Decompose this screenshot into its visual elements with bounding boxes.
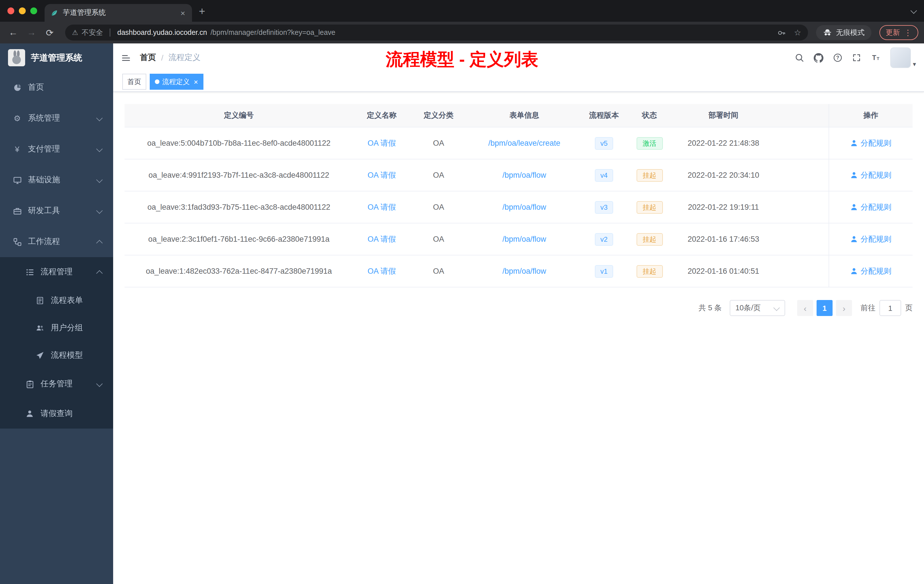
- definition-id: oa_leave:3:1fad3d93-7b75-11ec-a3c8-acde4…: [147, 203, 330, 211]
- goto-label: 前往: [861, 303, 875, 313]
- users-icon: [35, 324, 45, 332]
- navbar-actions: ? TT ▾: [795, 48, 916, 68]
- page-size-select[interactable]: 10条/页: [730, 300, 785, 316]
- sidebar-item-process-form[interactable]: 流程表单: [0, 287, 113, 314]
- user-avatar[interactable]: ▾: [891, 48, 916, 68]
- window-zoom-button[interactable]: [30, 7, 37, 14]
- assign-rule-link[interactable]: 分配规则: [850, 138, 891, 148]
- tag-label: 首页: [127, 77, 141, 87]
- back-button[interactable]: ←: [6, 27, 21, 38]
- fullscreen-icon[interactable]: [852, 53, 861, 62]
- assign-rule-link[interactable]: 分配规则: [850, 202, 891, 212]
- browser-update-button[interactable]: 更新 ⋮: [879, 25, 918, 40]
- caret-down-icon: ▾: [913, 61, 916, 68]
- prev-page-button[interactable]: ‹: [797, 300, 813, 316]
- col-header-category: 定义分类: [410, 110, 467, 120]
- bookmark-star-icon[interactable]: ☆: [794, 28, 801, 37]
- assign-rule-link[interactable]: 分配规则: [850, 170, 891, 180]
- assign-rule-label: 分配规则: [861, 234, 891, 244]
- sidebar-item-task-management[interactable]: 任务管理: [0, 369, 113, 399]
- deploy-time: 2022-01-22 21:48:38: [688, 139, 759, 147]
- assign-rule-link[interactable]: 分配规则: [850, 266, 891, 276]
- definition-category: OA: [433, 139, 444, 147]
- omnibox-divider: [110, 28, 111, 36]
- update-label: 更新: [886, 28, 900, 38]
- goto-page-input[interactable]: [879, 300, 901, 316]
- definition-name-link[interactable]: OA 请假: [368, 266, 396, 276]
- definition-name-link[interactable]: OA 请假: [368, 234, 396, 244]
- sidebar-item-system[interactable]: ⚙ 系统管理: [0, 103, 113, 134]
- definition-name-link[interactable]: OA 请假: [368, 170, 396, 180]
- window-close-button[interactable]: [7, 7, 14, 14]
- tag-label: 流程定义: [162, 77, 190, 87]
- current-page-button[interactable]: 1: [817, 300, 833, 316]
- paper-plane-icon: [35, 351, 45, 360]
- sidebar-item-user-group[interactable]: 用户分组: [0, 314, 113, 342]
- reload-button[interactable]: ⟳: [42, 27, 57, 38]
- pagination-total: 共 5 条: [699, 303, 722, 313]
- status-badge: 挂起: [636, 169, 663, 181]
- logo-title: 芋道管理系统: [31, 52, 82, 63]
- form-info-link[interactable]: /bpm/oa/flow: [502, 267, 546, 276]
- definition-category: OA: [433, 203, 444, 211]
- incognito-spy-icon: [823, 28, 832, 37]
- new-tab-button[interactable]: +: [199, 5, 205, 16]
- github-icon[interactable]: [814, 53, 824, 63]
- sidebar-item-payment[interactable]: ¥ 支付管理: [0, 134, 113, 165]
- status-badge: 挂起: [636, 265, 663, 277]
- definition-id: oa_leave:5:004b710b-7b8a-11ec-8ef0-acde4…: [147, 139, 330, 147]
- hamburger-icon[interactable]: [121, 53, 131, 63]
- deploy-time: 2022-01-16 01:40:51: [688, 267, 759, 276]
- clipboard-icon: [25, 380, 34, 388]
- svg-text:T: T: [877, 56, 880, 61]
- forward-button[interactable]: →: [24, 27, 39, 38]
- browser-tab-strip: 芋道管理系统 × +: [0, 0, 924, 22]
- person-icon: [850, 236, 858, 243]
- sidebar-logo[interactable]: 芋道管理系统: [0, 43, 113, 72]
- svg-text:?: ?: [837, 55, 840, 61]
- sidebar-item-dev-tools[interactable]: 研发工具: [0, 195, 113, 226]
- col-header-status: 状态: [626, 110, 673, 120]
- password-key-icon[interactable]: [777, 28, 786, 37]
- incognito-badge: 无痕模式: [816, 25, 871, 40]
- col-header-form: 表单信息: [467, 110, 582, 120]
- font-size-icon[interactable]: TT: [871, 53, 881, 62]
- tag-home[interactable]: 首页: [122, 74, 146, 90]
- chevron-up-icon: [97, 237, 102, 246]
- sidebar-item-process-management[interactable]: 流程管理: [0, 257, 113, 287]
- version-tag: v4: [594, 169, 613, 181]
- chevron-down-icon: [774, 305, 780, 311]
- form-info-link[interactable]: /bpm/oa/flow: [502, 171, 546, 180]
- browser-toolbar: ← → ⟳ ⚠ 不安全 dashboard.yudao.iocoder.cn /…: [0, 22, 924, 43]
- sidebar-item-process-model[interactable]: 流程模型: [0, 342, 113, 369]
- table-row: oa_leave:3:1fad3d93-7b75-11ec-a3c8-acde4…: [125, 191, 912, 223]
- next-page-button[interactable]: ›: [836, 300, 852, 316]
- sidebar-item-workflow[interactable]: 工作流程: [0, 226, 113, 257]
- form-info-link[interactable]: /bpm/oa/leave/create: [488, 139, 560, 147]
- sidebar-item-infrastructure[interactable]: 基础设施: [0, 165, 113, 195]
- form-info-link[interactable]: /bpm/oa/flow: [502, 235, 546, 243]
- browser-tab[interactable]: 芋道管理系统 ×: [45, 4, 192, 22]
- tag-process-definition[interactable]: 流程定义 ×: [150, 74, 203, 90]
- assign-rule-link[interactable]: 分配规则: [850, 234, 891, 244]
- chevron-up-icon: [97, 267, 102, 277]
- browser-menu-kebab-icon[interactable]: ⋮: [904, 28, 912, 37]
- app-root: 芋道管理系统 首页 ⚙ 系统管理 ¥ 支付管理: [0, 43, 924, 584]
- person-icon: [850, 267, 858, 275]
- address-bar[interactable]: ⚠ 不安全 dashboard.yudao.iocoder.cn /bpm/ma…: [65, 25, 808, 41]
- help-icon[interactable]: ?: [833, 53, 843, 62]
- definition-name-link[interactable]: OA 请假: [368, 138, 396, 148]
- tag-close-icon[interactable]: ×: [194, 78, 198, 86]
- chevron-down-icon: [97, 206, 102, 215]
- breadcrumb-home[interactable]: 首页: [140, 53, 156, 63]
- tab-title: 芋道管理系统: [63, 8, 175, 18]
- tab-close-icon[interactable]: ×: [180, 8, 186, 17]
- sidebar-item-leave-query[interactable]: 请假查询: [0, 399, 113, 429]
- search-icon[interactable]: [795, 53, 804, 62]
- form-info-link[interactable]: /bpm/oa/flow: [502, 203, 546, 211]
- window-minimize-button[interactable]: [19, 7, 26, 14]
- sidebar-item-home[interactable]: 首页: [0, 72, 113, 103]
- document-icon: [35, 297, 45, 305]
- definition-name-link[interactable]: OA 请假: [368, 202, 396, 212]
- tab-search-chevron-icon[interactable]: [911, 7, 924, 15]
